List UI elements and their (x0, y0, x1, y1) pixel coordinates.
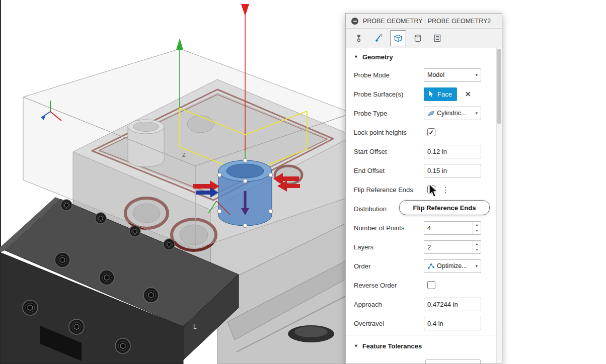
vise-label: L (193, 323, 197, 330)
layers-label: Layers (354, 243, 424, 251)
row-order: Order Optimize... ▾ (346, 256, 502, 276)
chevron-down-icon: ▾ (475, 72, 478, 77)
section-feature-tolerances[interactable]: ▼ Feature Tolerances (346, 337, 502, 354)
stepper-up-icon[interactable]: ▲ (473, 222, 481, 228)
probe-mode-dropdown[interactable]: Model ▾ (424, 68, 481, 82)
select-cursor-icon (429, 90, 434, 98)
dialog-title: PROBE GEOMETRY : PROBE GEOMETRY2 (363, 18, 491, 25)
passes-list-icon (433, 34, 441, 42)
row-probe-mode: Probe Mode Model ▾ (346, 65, 502, 84)
tab-heights[interactable] (410, 30, 426, 46)
tab-geometry[interactable] (390, 30, 406, 46)
start-offset-label: Start Offset (354, 148, 424, 155)
row-layers: Layers ▲ ▼ (346, 237, 502, 256)
start-offset-input[interactable] (424, 145, 481, 158)
stepper-down-icon[interactable]: ▼ (473, 247, 481, 253)
collapse-arrow-icon: ▼ (354, 54, 358, 59)
number-of-points-stepper: ▲ ▼ (424, 221, 481, 235)
stepper-down-icon[interactable]: ▼ (473, 228, 481, 234)
scrollbar-thumb[interactable] (497, 49, 501, 124)
row-clipped (346, 359, 502, 364)
approach-label: Approach (354, 301, 424, 308)
heights-cylinder-icon (414, 34, 422, 42)
order-label: Order (354, 262, 424, 270)
overtravel-label: Overtravel (354, 320, 424, 327)
cylindrical-face-icon (427, 110, 435, 117)
number-of-points-label: Number of Points (354, 224, 424, 232)
overflow-menu-icon[interactable]: ⋮ (442, 186, 449, 194)
probe-type-label: Probe Type (354, 110, 424, 117)
end-offset-label: End Offset (354, 167, 424, 174)
face-selection-button[interactable]: Face (424, 87, 457, 101)
row-number-of-points: Number of Points ▲ ▼ (346, 218, 502, 237)
optimize-order-icon (427, 262, 435, 270)
reverse-order-label: Reverse Order (354, 282, 424, 289)
probe-type-dropdown[interactable]: Cylindric... ▾ (424, 107, 481, 120)
lock-point-heights-label: Lock point heights (354, 129, 424, 136)
overtravel-input[interactable] (424, 317, 481, 330)
section-divider (346, 335, 502, 335)
section-feature-tolerances-title: Feature Tolerances (362, 342, 422, 350)
check-icon: ✓ (429, 129, 434, 136)
panel-scrollbar[interactable] (496, 47, 502, 363)
tab-probe[interactable] (370, 30, 387, 46)
row-lock-point-heights: Lock point heights ✓ (346, 123, 502, 142)
row-flip-reference-ends: Flip Reference Ends ⋮ (346, 180, 502, 199)
end-offset-input[interactable] (424, 164, 481, 177)
chevron-down-icon: ▾ (475, 263, 478, 268)
row-approach: Approach (346, 295, 502, 314)
dialog-tabs (346, 29, 502, 48)
section-geometry[interactable]: ▼ Geometry (346, 48, 502, 65)
model-scene: L Z (0, 0, 606, 364)
y-axis-arrow (241, 4, 249, 16)
flip-reference-ends-checkbox[interactable] (427, 186, 435, 194)
flip-reference-ends-tooltip: Flip Reference Ends (399, 200, 490, 215)
clear-selection-icon[interactable]: ✕ (465, 90, 471, 98)
viewport-3d[interactable]: L Z (0, 0, 606, 364)
lock-point-heights-checkbox[interactable]: ✓ (427, 128, 435, 136)
tab-passes[interactable] (429, 30, 445, 46)
dialog-titlebar[interactable]: PROBE GEOMETRY : PROBE GEOMETRY2 (346, 14, 502, 29)
row-reverse-order: Reverse Order (346, 276, 502, 295)
probe-geometry-dialog: PROBE GEOMETRY : PROBE GEOMETRY2 (345, 13, 502, 364)
row-start-offset: Start Offset (346, 142, 502, 161)
tab-tool[interactable] (351, 30, 367, 46)
flip-reference-ends-label: Flip Reference Ends (354, 186, 424, 194)
z-axis-label: Z (182, 152, 186, 158)
geometry-cube-icon (394, 34, 402, 42)
layers-stepper: ▲ ▼ (424, 240, 481, 254)
chevron-down-icon: ▾ (475, 111, 478, 116)
section-geometry-title: Geometry (362, 53, 393, 61)
approach-input[interactable] (424, 298, 481, 311)
row-probe-type: Probe Type Cylindric... ▾ (346, 104, 502, 123)
order-dropdown[interactable]: Optimize... ▾ (424, 259, 481, 273)
probe-path-icon (374, 34, 383, 42)
tool-icon (355, 34, 363, 42)
collapse-arrow-icon: ▼ (354, 343, 358, 348)
probe-surfaces-label: Probe Surface(s) (354, 90, 424, 98)
clipped-input[interactable] (425, 359, 481, 364)
reverse-order-checkbox[interactable] (427, 281, 435, 289)
row-probe-surfaces: Probe Surface(s) Face ✕ (346, 84, 502, 104)
stepper-up-icon[interactable]: ▲ (473, 241, 481, 247)
z-axis-arrow (176, 38, 183, 50)
probe-mode-label: Probe Mode (354, 71, 424, 79)
panel-grip-icon[interactable] (351, 18, 358, 25)
row-end-offset: End Offset (346, 161, 502, 180)
row-overtravel: Overtravel (346, 314, 502, 333)
